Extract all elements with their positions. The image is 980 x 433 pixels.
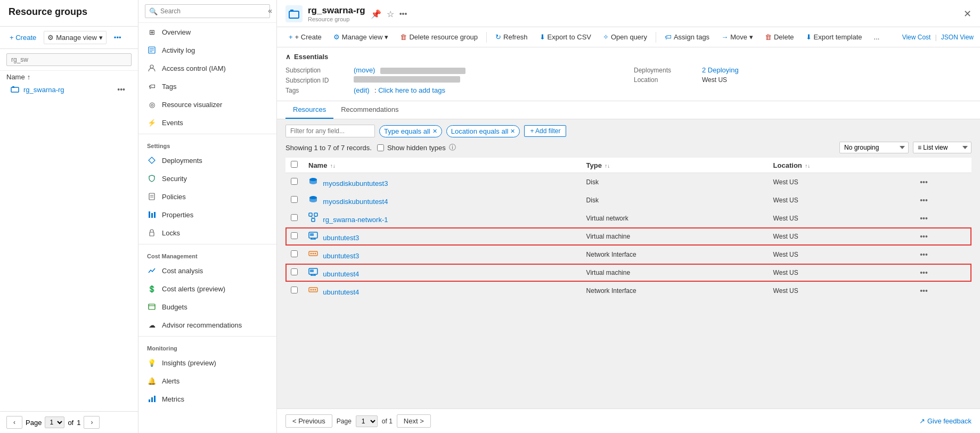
toolbar-create-button[interactable]: + + Create — [283, 30, 327, 44]
type-filter-remove[interactable]: ✕ — [432, 128, 437, 135]
nav-item-policies[interactable]: Policies — [138, 187, 276, 206]
nav-item-security[interactable]: Security — [138, 169, 276, 187]
nav-item-resource-visualizer[interactable]: ◎ Resource visualizer — [138, 95, 276, 113]
toolbar-export-template-button[interactable]: ⬇ Export template — [801, 30, 868, 44]
row-location: West US — [768, 282, 915, 300]
toolbar-open-query-button[interactable]: ✧ Open query — [598, 30, 652, 44]
select-all-checkbox[interactable] — [291, 161, 298, 168]
row-checkbox-cell — [285, 282, 303, 300]
nav-item-cost-alerts[interactable]: 💲 Cost alerts (preview) — [138, 280, 276, 298]
toolbar-more-button[interactable]: ... — [869, 30, 885, 44]
location-header[interactable]: Location ↑↓ — [768, 158, 915, 173]
row-ellipsis-button[interactable]: ••• — [920, 250, 928, 259]
add-filter-button[interactable]: + Add filter — [524, 125, 566, 137]
nav-item-alerts[interactable]: 🔔 Alerts — [138, 372, 276, 390]
nav-item-properties[interactable]: Properties — [138, 206, 276, 224]
activity-log-icon — [147, 45, 157, 55]
essentials-header[interactable]: ∧ Essentials — [285, 53, 971, 61]
listview-select[interactable]: ≡ List view — [913, 142, 971, 153]
rg-filter-input[interactable] — [6, 53, 132, 66]
row-checkbox[interactable] — [291, 196, 298, 203]
subscription-move-link[interactable]: (move) — [354, 66, 375, 74]
resource-name-link[interactable]: myosdiskubuntutest3 — [323, 179, 388, 187]
nav-item-cost-analysis[interactable]: Cost analysis — [138, 262, 276, 280]
nav-item-insights[interactable]: 💡 Insights (preview) — [138, 354, 276, 372]
resource-name-link[interactable]: ubuntutest3 — [323, 252, 359, 260]
resource-name-link[interactable]: ubuntutest3 — [323, 234, 359, 242]
name-header[interactable]: Name ↑↓ — [303, 158, 581, 173]
nav-item-overview[interactable]: ⊞ Overview — [138, 23, 276, 41]
sidebar-next-button[interactable]: › — [84, 416, 100, 429]
locks-icon — [147, 228, 157, 238]
row-checkbox[interactable] — [291, 250, 298, 257]
toolbar-export-csv-button[interactable]: ⬇ Export to CSV — [534, 30, 597, 44]
rg-item-ellipsis-button[interactable]: ••• — [115, 84, 127, 95]
nav-search-input[interactable] — [145, 4, 270, 18]
row-ellipsis-button[interactable]: ••• — [920, 268, 928, 277]
sidebar-prev-button[interactable]: ‹ — [6, 416, 22, 429]
toolbar-create-label: + Create — [295, 33, 322, 41]
resource-name-link[interactable]: rg_swarna-network-1 — [323, 216, 388, 224]
toolbar-refresh-label: Refresh — [503, 33, 528, 41]
nav-item-activity-log[interactable]: Activity log — [138, 41, 276, 59]
nav-item-tags[interactable]: 🏷 Tags — [138, 77, 276, 95]
resource-name-link[interactable]: ubuntutest4 — [323, 270, 359, 278]
add-tags-link[interactable]: Click here to add tags — [378, 86, 445, 94]
toolbar-move-button[interactable]: → Move ▾ — [716, 30, 758, 44]
nav-collapse-button[interactable]: « — [264, 4, 276, 17]
next-button[interactable]: Next > — [397, 414, 431, 428]
show-hidden-checkbox[interactable] — [377, 144, 384, 151]
toolbar-delete-group-button[interactable]: 🗑 Delete resource group — [395, 30, 483, 44]
refresh-icon: ↻ — [495, 33, 501, 41]
nav-item-locks[interactable]: Locks — [138, 224, 276, 242]
close-panel-button[interactable]: ✕ — [963, 8, 971, 20]
create-rg-button[interactable]: + Create — [6, 31, 39, 44]
header-more-button[interactable]: ••• — [399, 10, 407, 18]
toolbar-delete-button[interactable]: 🗑 Delete — [760, 30, 799, 44]
row-checkbox[interactable] — [291, 178, 298, 185]
toolbar-refresh-button[interactable]: ↻ Refresh — [490, 30, 533, 44]
nav-item-iam[interactable]: Access control (IAM) — [138, 59, 276, 77]
pagination-page-select[interactable]: 1 — [356, 415, 378, 427]
view-cost-button[interactable]: View Cost — [902, 33, 931, 41]
pin-button[interactable]: 📌 — [371, 9, 381, 19]
json-view-button[interactable]: JSON View — [941, 33, 974, 41]
row-name: ubuntutest4 — [303, 282, 581, 300]
resource-name-link[interactable]: myosdiskubuntutest4 — [323, 198, 388, 206]
nav-item-advisor[interactable]: ☁ Advisor recommendations — [138, 316, 276, 334]
toolbar-manage-view-button[interactable]: ⚙ Manage view ▾ — [328, 30, 394, 44]
deployments-value[interactable]: 2 Deploying — [702, 66, 739, 74]
resource-filter-input[interactable] — [285, 125, 375, 137]
manage-view-button[interactable]: ⚙ Manage view ▾ — [44, 31, 107, 44]
type-header[interactable]: Type ↑↓ — [581, 158, 768, 173]
row-checkbox[interactable] — [291, 232, 298, 239]
grouping-select[interactable]: No grouping — [839, 142, 909, 153]
nav-item-deployments[interactable]: Deployments — [138, 151, 276, 169]
nav-item-metrics[interactable]: Metrics — [138, 390, 276, 408]
toolbar-assign-tags-button[interactable]: 🏷 Assign tags — [659, 30, 715, 44]
more-options-button[interactable]: ••• — [111, 31, 125, 44]
row-ellipsis-button[interactable]: ••• — [920, 214, 928, 223]
star-button[interactable]: ☆ — [387, 9, 394, 19]
sidebar-page-select[interactable]: 1 — [45, 416, 64, 428]
tab-resources[interactable]: Resources — [285, 101, 333, 119]
resource-name-link[interactable]: ubuntutest4 — [323, 288, 359, 296]
tags-edit-link[interactable]: (edit) — [354, 86, 370, 94]
tab-recommendations[interactable]: Recommendations — [333, 101, 406, 119]
row-ellipsis-button[interactable]: ••• — [920, 178, 928, 186]
row-type: Virtual machine — [581, 227, 768, 246]
nav-item-budgets[interactable]: Budgets — [138, 298, 276, 316]
location-filter-remove[interactable]: ✕ — [510, 128, 515, 135]
row-checkbox[interactable] — [291, 268, 298, 275]
row-ellipsis-button[interactable]: ••• — [920, 232, 928, 241]
row-ellipsis-button[interactable]: ••• — [920, 196, 928, 205]
row-checkbox[interactable] — [291, 287, 298, 293]
nav-insights-label: Insights (preview) — [162, 359, 216, 367]
row-ellipsis-button[interactable]: ••• — [920, 287, 928, 295]
rg-list-item[interactable]: rg_swarna-rg ••• — [6, 81, 132, 98]
previous-button[interactable]: < Previous — [285, 414, 332, 428]
row-checkbox[interactable] — [291, 214, 298, 221]
nav-item-events[interactable]: ⚡ Events — [138, 113, 276, 132]
sidebar-title: Resource groups — [9, 6, 129, 18]
give-feedback-button[interactable]: ↗ Give feedback — [919, 417, 971, 425]
